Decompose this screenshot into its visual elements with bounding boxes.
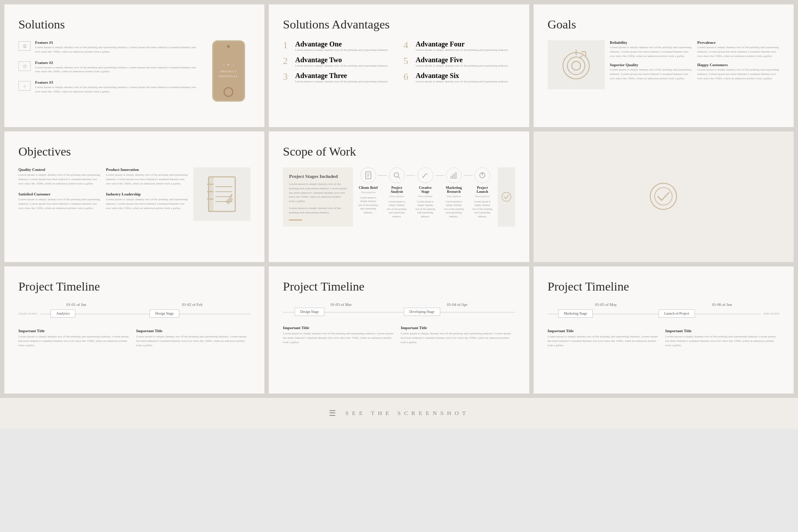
feature-1-text: Feature #1 Lorem ipsum is simply dummy t… <box>35 40 200 54</box>
adv-2-name: Advantage Two <box>295 56 388 64</box>
goals-prevalence: Prevalence Lorem ipsum is simply dummy t… <box>697 40 780 58</box>
svg-rect-24 <box>451 176 452 178</box>
goals-happy: Happy Customers Lorem ipsum is simply du… <box>697 63 780 81</box>
adv-4: 4 Advantage Four Lorem ipsum is simply d… <box>403 40 515 53</box>
scope-extra-content <box>548 145 780 250</box>
target-icon <box>559 47 594 82</box>
checkmark-icon <box>501 191 512 202</box>
feature-3-icon: ≡ <box>18 81 31 91</box>
adv-4-content: Advantage Four Lorem ipsum is simply dum… <box>416 40 509 53</box>
adv-2-num: 2 <box>283 56 292 66</box>
timeline-1-item-1-title: Important Title <box>18 329 133 333</box>
timeline-3-track: Marketing Stage Launch of Project END PO… <box>548 312 780 316</box>
stage-conn-3 <box>435 175 444 176</box>
scope-right-panel: Clients Brief Description Lorem ipsum is… <box>358 167 492 227</box>
timeline-1-content: 01-01 of Jan 01-02 of Feb START POINT An… <box>18 302 250 348</box>
svg-point-30 <box>655 188 672 205</box>
goals-prevalence-name: Prevalence <box>697 40 780 45</box>
obj-leadership: Industry Leadership Lorem ipsum is simpl… <box>106 192 189 210</box>
checkmark-large-icon <box>648 181 679 212</box>
adv-5-desc: Lorem ipsum is simply dummy text of the … <box>416 64 509 68</box>
svg-rect-6 <box>209 177 214 212</box>
slide-timeline-3: Project Timeline 01-05 of May 01-06 of J… <box>534 266 794 394</box>
scope-extra-inner <box>648 181 679 213</box>
svg-line-22 <box>426 174 428 174</box>
adv-5-content: Advantage Five Lorem ipsum is simply dum… <box>416 56 509 68</box>
slide-timeline-1: Project Timeline 01-01 of Jan 01-02 of F… <box>4 266 264 394</box>
creative-icon <box>417 167 433 183</box>
notebook-icon-area <box>193 167 250 221</box>
timeline-2-date-2: 01-04 of Apr <box>447 302 467 307</box>
adv-2: 2 Advantage Two Lorem ipsum is simply du… <box>283 56 395 68</box>
stage-project-analysis: Project Analysis Description Lorem ipsum… <box>387 167 406 218</box>
timeline-3-title: Project Timeline <box>548 280 780 294</box>
timeline-2-dates: 01-03 of Mar 01-04 of Apr <box>283 302 515 307</box>
timeline-3-dates: 01-05 of May 01-06 of Jun <box>548 302 780 307</box>
feature-3-name: Feature #3 <box>35 80 200 85</box>
feature-1-desc: Lorem ipsum is simply dummy text of the … <box>35 46 200 54</box>
obj-satisfied-name: Satisfied Customer <box>18 192 101 196</box>
obj-innovation-name: Product Innovation <box>106 167 189 172</box>
scope-content: Project Stages Included Lorem ipsum is s… <box>283 167 515 227</box>
scope-right-decoration <box>498 167 515 227</box>
feature-1: ☰ Feature #1 Lorem ipsum is simply dummy… <box>18 40 200 54</box>
phone-body: — ✦ — PROJECT PROPOSAL <box>212 40 245 102</box>
phone-mockup: — ✦ — PROJECT PROPOSAL <box>207 40 250 102</box>
timeline-3-date-2: 01-06 of Jun <box>712 302 732 307</box>
stage-conn-4 <box>464 175 473 176</box>
timeline-1-start-label: START POINT <box>18 312 37 316</box>
stage-creative: Creative Stage Description Lorem ipsum i… <box>415 167 435 218</box>
solutions-content: ☰ Feature #1 Lorem ipsum is simply dummy… <box>18 40 250 102</box>
adv-3: 3 Advantage Three Lorem ipsum is simply … <box>283 72 395 84</box>
slide-scope: Scope of Work Project Stages Included Lo… <box>269 131 529 262</box>
feature-1-icon: ☰ <box>18 41 31 51</box>
timeline-3-line: Marketing Stage Launch of Project <box>548 314 761 314</box>
timeline-1-box-1: Analytics <box>50 309 75 318</box>
svg-line-20 <box>398 177 400 178</box>
adv-6-content: Advantage Six Lorem ipsum is simply dumm… <box>416 72 509 84</box>
phone-text: — ✦ — PROJECT PROPOSAL <box>219 63 238 79</box>
obj-quality: Quality Control Lorem ipsum is simply du… <box>18 167 101 186</box>
project-analysis-desc: Description <box>390 195 404 198</box>
scope-box-title: Project Stages Included <box>289 174 347 179</box>
feature-2-desc: Lorem ipsum is simply dummy text of the … <box>35 66 200 74</box>
goals-quality-name: Superior Quality <box>610 63 692 67</box>
timeline-1-line: Analytics Design Stage <box>40 314 250 314</box>
timeline-3-box-2: Launch of Project <box>659 309 695 318</box>
timeline-2-track: Design Stage Developing Stage <box>283 312 515 312</box>
adv-3-content: Advantage Three Lorem ipsum is simply du… <box>295 72 388 84</box>
advantages-grid: 1 Advantage One Lorem ipsum is simply du… <box>283 40 515 84</box>
adv-6: 6 Advantage Six Lorem ipsum is simply du… <box>403 72 515 84</box>
launch-desc: Description <box>475 195 490 198</box>
svg-point-1 <box>567 57 585 74</box>
adv-6-name: Advantage Six <box>416 72 509 80</box>
obj-quality-name: Quality Control <box>18 167 101 172</box>
timeline-1-item-2: Important Title Lorem ipsum is simply du… <box>136 329 251 348</box>
adv-6-desc: Lorem ipsum is simply dummy text of the … <box>416 80 509 84</box>
timeline-3-item-1-title: Important Title <box>548 329 662 333</box>
solutions-title: Solutions <box>18 18 250 32</box>
timeline-3-date-1: 01-05 of May <box>595 302 617 307</box>
objectives-col-2: Product Innovation Lorem ipsum is simply… <box>106 167 189 221</box>
scope-left-panel: Project Stages Included Lorem ipsum is s… <box>283 167 353 227</box>
scope-title: Scope of Work <box>283 145 515 159</box>
adv-4-name: Advantage Four <box>416 40 509 48</box>
feature-1-name: Feature #1 <box>35 40 200 45</box>
timeline-3-item-1: Important Title Lorem ipsum is simply du… <box>548 329 662 348</box>
project-analysis-icon <box>389 167 405 183</box>
feature-3-text: Feature #3 Lorem ipsum is simply dummy t… <box>35 80 200 94</box>
scope-line-decoration <box>289 220 302 220</box>
stage-conn-1 <box>378 175 387 176</box>
goals-content: Reliability Lorem ipsum is simply dummy … <box>548 40 780 89</box>
timeline-1-item-1: Important Title Lorem ipsum is simply du… <box>18 329 133 348</box>
project-analysis-name: Project Analysis <box>387 186 406 194</box>
goals-reliability: Reliability Lorem ipsum is simply dummy … <box>610 40 692 58</box>
obj-satisfied: Satisfied Customer Lorem ipsum is simply… <box>18 192 101 210</box>
slide-timeline-2: Project Timeline 01-03 of Mar 01-04 of A… <box>269 266 529 394</box>
goals-quality: Superior Quality Lorem ipsum is simply d… <box>610 63 692 81</box>
timeline-3-items: Important Title Lorem ipsum is simply du… <box>548 329 780 348</box>
adv-4-num: 4 <box>403 40 412 50</box>
timeline-1-date-1: 01-01 of Jan <box>66 302 86 307</box>
stage-launch: Project Launch Description Lorem ipsum i… <box>473 167 492 218</box>
slide-solutions: Solutions ☰ Feature #1 Lorem ipsum is si… <box>4 4 264 127</box>
